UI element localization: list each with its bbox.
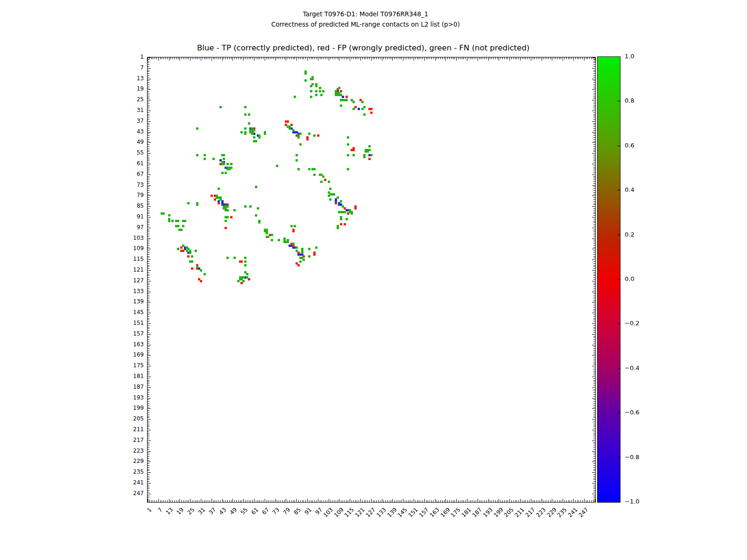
data-point xyxy=(219,198,222,201)
data-point xyxy=(340,200,342,203)
data-point xyxy=(335,202,337,204)
x-tick-label: 229 xyxy=(545,506,557,518)
data-point xyxy=(345,99,348,101)
y-tick-label: 103 xyxy=(133,235,144,241)
y-tick-label: 91 xyxy=(137,213,144,220)
data-point xyxy=(244,133,247,135)
data-point xyxy=(370,154,373,156)
data-point xyxy=(337,227,339,229)
data-point xyxy=(240,131,243,133)
data-point xyxy=(340,94,342,96)
y-tick-label: 217 xyxy=(133,437,144,443)
data-point xyxy=(225,227,227,229)
y-tick-label: 115 xyxy=(133,256,144,262)
data-point xyxy=(308,168,310,170)
data-point xyxy=(347,143,349,146)
y-tick-label: 85 xyxy=(137,203,144,209)
data-point xyxy=(168,220,170,222)
data-point xyxy=(266,232,268,234)
data-point xyxy=(276,165,278,167)
data-point xyxy=(297,264,300,266)
data-point xyxy=(342,205,344,208)
data-point xyxy=(310,96,312,98)
data-point xyxy=(292,243,295,245)
data-point xyxy=(191,260,193,263)
x-tick-label: 241 xyxy=(567,506,579,518)
axis-minor-ticks-right xyxy=(593,57,595,502)
data-point xyxy=(294,225,296,227)
data-point xyxy=(242,280,245,282)
colorbar-tick-label: 0.8 xyxy=(625,97,634,105)
y-tick-label: 19 xyxy=(137,85,144,92)
data-point xyxy=(296,159,298,161)
data-point xyxy=(255,186,257,188)
y-tick-label: 31 xyxy=(137,107,144,113)
data-point xyxy=(352,108,355,110)
data-point xyxy=(177,220,179,222)
data-point xyxy=(226,163,229,165)
data-point xyxy=(304,72,307,75)
data-point xyxy=(204,154,206,156)
data-point xyxy=(177,248,179,250)
axis-major-ticks-top xyxy=(148,57,595,61)
data-point xyxy=(292,129,295,132)
data-point xyxy=(253,136,255,139)
data-point xyxy=(294,96,296,98)
y-tick-label: 25 xyxy=(137,96,144,103)
data-point xyxy=(340,223,342,225)
colorbar-tick-label: −0.4 xyxy=(625,364,640,372)
colorbar-tick-label: 0.4 xyxy=(625,186,634,194)
data-point xyxy=(258,136,261,139)
x-tick-label: 139 xyxy=(386,506,398,518)
contact-map-plot xyxy=(147,57,596,503)
y-tick-label: 109 xyxy=(133,245,144,252)
y-tick-label: 223 xyxy=(133,448,144,454)
data-point xyxy=(354,207,357,210)
x-tick-label: 49 xyxy=(229,506,239,516)
data-point xyxy=(212,158,215,160)
data-point xyxy=(363,113,366,116)
data-point xyxy=(180,229,183,231)
data-point xyxy=(246,276,248,279)
y-tick-label: 133 xyxy=(133,288,144,294)
data-point xyxy=(219,106,222,108)
x-tick-label: 43 xyxy=(218,506,228,516)
y-tick-label: 151 xyxy=(133,320,144,326)
x-tick-label: 61 xyxy=(250,506,260,516)
y-tick-label: 139 xyxy=(133,298,144,305)
y-tick-label: 55 xyxy=(137,149,144,156)
axis-minor-ticks-top xyxy=(148,57,595,59)
data-point xyxy=(162,212,165,215)
colorbar-tick xyxy=(617,323,620,324)
data-point xyxy=(177,225,179,227)
colorbar-tick xyxy=(617,457,620,458)
data-point xyxy=(228,168,231,170)
data-point xyxy=(221,172,224,174)
data-point xyxy=(237,280,240,282)
data-point xyxy=(361,101,364,103)
data-point xyxy=(333,193,335,196)
data-point xyxy=(322,90,324,92)
data-point xyxy=(244,257,247,259)
data-point xyxy=(345,218,348,220)
axis-major-ticks-right xyxy=(592,57,595,502)
data-point xyxy=(345,96,348,98)
x-tick-label: 235 xyxy=(556,506,568,518)
x-tick-label: 247 xyxy=(578,506,590,518)
colorbar-tick xyxy=(617,235,620,235)
data-point xyxy=(223,158,225,160)
data-point xyxy=(225,220,227,222)
data-point xyxy=(297,136,300,139)
data-point xyxy=(315,85,317,87)
x-tick-label: 187 xyxy=(471,506,483,518)
x-tick-label: 127 xyxy=(365,506,377,518)
data-point xyxy=(352,154,355,156)
data-point xyxy=(313,168,316,170)
data-point xyxy=(182,250,184,252)
data-point xyxy=(292,230,295,232)
y-tick-label: 49 xyxy=(137,139,144,145)
y-tick-label: 121 xyxy=(133,266,144,273)
data-point xyxy=(171,220,174,222)
x-tick-label: 109 xyxy=(332,506,345,518)
x-tick-label: 73 xyxy=(271,506,281,516)
